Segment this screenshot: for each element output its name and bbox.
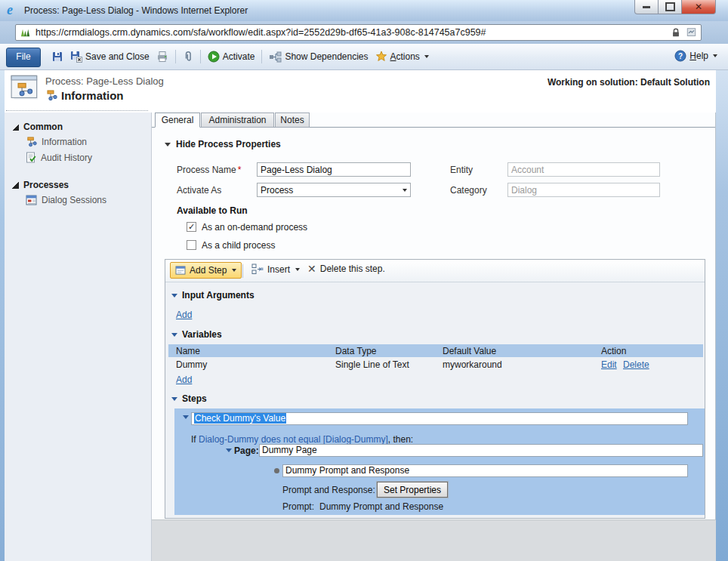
entity-input: Account	[507, 162, 660, 177]
add-input-argument-link[interactable]: Add	[176, 310, 192, 320]
step-expand-triangle-icon[interactable]	[183, 415, 189, 419]
collapse-triangle-icon	[12, 182, 19, 189]
collapse-triangle-icon	[171, 333, 177, 337]
sidebar-item-information[interactable]: Information	[26, 137, 151, 147]
collapse-triangle-icon	[171, 294, 177, 297]
delete-variable-link[interactable]: Delete	[623, 359, 649, 370]
information-icon	[26, 137, 37, 147]
content-gutter	[152, 519, 716, 561]
condition-link[interactable]: Dialog-Dummy does not equal [Dialog-Dumm…	[199, 434, 388, 445]
chevron-down-icon	[403, 189, 407, 192]
maximize-button[interactable]	[659, 0, 681, 14]
child-process-checkbox[interactable]	[187, 240, 196, 250]
actions-button[interactable]: Actions	[375, 51, 429, 63]
sidebar-item-audit-history[interactable]: Audit History	[26, 152, 151, 163]
print-button[interactable]	[156, 51, 168, 63]
input-arguments-section[interactable]: Input Arguments	[171, 290, 254, 301]
tab-notes[interactable]: Notes	[275, 113, 310, 128]
address-input[interactable]: https://crmdialogs.crm.dynamics.com/sfa/…	[15, 24, 702, 41]
activate-button[interactable]: Activate	[208, 51, 255, 63]
prompt-name-input[interactable]: Dummy Prompt and Response	[282, 464, 688, 477]
step-editor: Add Step Insert ✕	[165, 259, 705, 519]
window-border-right[interactable]	[715, 69, 728, 561]
delete-step-button[interactable]: ✕ Delete this step.	[307, 264, 385, 274]
sidebar-group-processes[interactable]: Processes	[12, 180, 151, 190]
steps-section[interactable]: Steps	[171, 393, 207, 404]
column-header: Action	[601, 346, 626, 356]
main-content: General Administration Notes Hide Proces…	[152, 113, 716, 519]
url-text: https://crmdialogs.crm.dynamics.com/sfa/…	[35, 27, 666, 38]
compatibility-view-icon[interactable]	[686, 27, 697, 38]
chevron-down-icon	[295, 268, 300, 271]
tab-general[interactable]: General	[155, 113, 200, 128]
separator	[261, 50, 262, 63]
page-title: Information	[61, 89, 124, 102]
category-label: Category	[450, 185, 487, 196]
audit-history-icon	[26, 152, 36, 163]
step-toolbar: Add Step Insert ✕	[165, 260, 705, 282]
variable-default-value: myworkaround	[443, 359, 502, 370]
svg-text:?: ?	[678, 52, 683, 60]
show-dependencies-button[interactable]: Show Dependencies	[269, 51, 368, 63]
condition-row: If Dialog-Dummy does not equal [Dialog-D…	[191, 434, 413, 445]
collapse-triangle-icon	[165, 143, 171, 146]
selected-step[interactable]: Check Dummy's Value If Dialog-Dummy does…	[174, 408, 705, 515]
chevron-down-icon	[424, 55, 429, 58]
save-and-close-button[interactable]: Save and Close	[70, 51, 150, 63]
hide-process-properties-toggle[interactable]: Hide Process Properties	[165, 139, 281, 149]
add-variable-link[interactable]: Add	[176, 375, 192, 385]
column-header: Name	[176, 346, 200, 356]
ie-window: e Process: Page-Less Dialog - Windows In…	[0, 0, 728, 561]
set-properties-button[interactable]: Set Properties	[377, 482, 448, 498]
chevron-down-icon	[713, 54, 717, 57]
process-name-label: Process Name*	[177, 165, 241, 175]
divider	[6, 110, 148, 111]
save-icon	[51, 51, 63, 63]
actions-icon	[375, 51, 387, 63]
window-title: Process: Page-Less Dialog - Windows Inte…	[24, 5, 248, 16]
edit-variable-link[interactable]: Edit	[601, 359, 617, 370]
help-button[interactable]: ? Help	[674, 50, 717, 62]
sidebar-item-dialog-sessions[interactable]: Dialog Sessions	[26, 195, 151, 205]
on-demand-process-label: As an on-demand process	[202, 222, 307, 233]
tab-administration[interactable]: Administration	[201, 113, 274, 128]
tab-bar: General Administration Notes	[152, 113, 715, 128]
title-bar: e Process: Page-Less Dialog - Windows In…	[0, 0, 728, 22]
process-breadcrumb: Process: Page-Less Dialog	[45, 76, 164, 87]
address-bar-row: https://crmdialogs.crm.dynamics.com/sfa/…	[0, 21, 728, 44]
save-button[interactable]	[51, 51, 63, 63]
activate-icon	[208, 51, 220, 63]
variable-row: Dummy Single Line of Text myworkaround E…	[168, 358, 703, 371]
step-name-input[interactable]: Check Dummy's Value	[191, 412, 688, 425]
close-icon: ✕	[695, 2, 702, 12]
close-button[interactable]: ✕	[681, 0, 716, 14]
on-demand-process-checkbox[interactable]: ✓	[187, 222, 196, 232]
working-on-solution: Working on solution: Default Solution	[548, 77, 710, 88]
attach-button[interactable]	[183, 51, 193, 63]
required-asterisk: *	[238, 165, 242, 175]
command-bar: File Save and Close	[0, 44, 728, 70]
add-step-button[interactable]: Add Step	[170, 262, 242, 279]
insert-button[interactable]: Insert	[251, 264, 300, 275]
minimize-button[interactable]	[634, 0, 659, 14]
activate-as-select[interactable]: Process	[257, 183, 411, 197]
column-header: Default Value	[443, 346, 496, 356]
save-and-close-icon	[70, 51, 82, 63]
paperclip-icon	[183, 51, 193, 63]
separator	[175, 50, 176, 63]
show-dependencies-icon	[269, 51, 282, 63]
variables-section[interactable]: Variables	[171, 329, 222, 340]
sidebar-group-common[interactable]: Common	[12, 122, 151, 132]
prompt-value: Dummy Prompt and Response	[319, 501, 443, 512]
prompt-bullet-icon	[274, 468, 279, 473]
page-expand-triangle-icon[interactable]	[226, 448, 232, 452]
help-icon: ?	[674, 50, 686, 62]
page-name-input[interactable]: Dummy Page	[259, 444, 703, 457]
file-button[interactable]: File	[6, 48, 41, 67]
separator	[242, 264, 243, 278]
prompt-response-label: Prompt and Response:	[282, 485, 375, 495]
maximize-icon	[665, 2, 675, 11]
process-name-input[interactable]: Page-Less Dialog	[257, 162, 411, 177]
collapse-triangle-icon	[171, 397, 177, 401]
variable-name: Dummy	[176, 359, 207, 370]
